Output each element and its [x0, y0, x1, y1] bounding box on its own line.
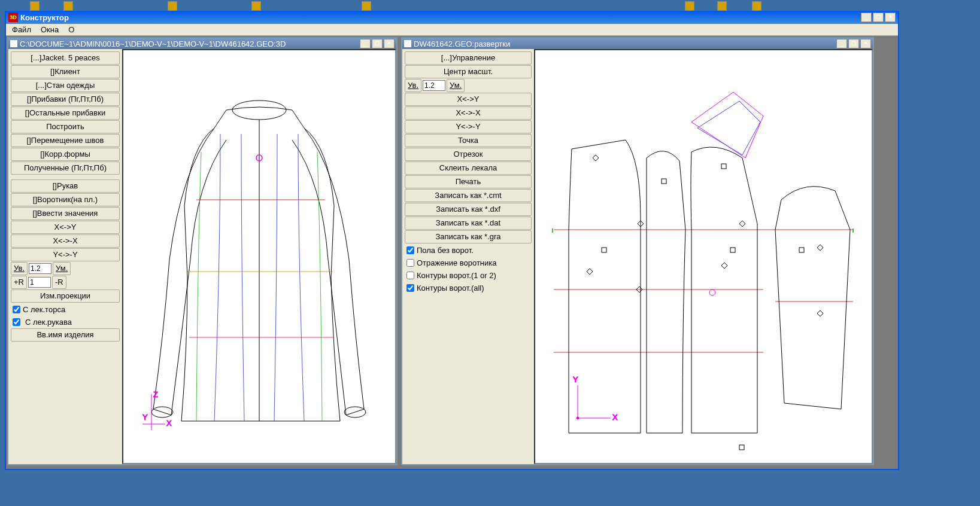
btn-tochka[interactable]: Точка [405, 134, 532, 147]
btn-poluch[interactable]: Полученные (Пг,Пт,Пб) [11, 161, 120, 175]
btn-stan[interactable]: [...]Стан одежды [11, 79, 120, 92]
menu-about[interactable]: О [66, 25, 77, 34]
svg-rect-18 [662, 179, 666, 184]
chk-pola-label: Пола без ворот. [417, 246, 474, 255]
chk-rukava-label: С лек.рукава [25, 318, 72, 327]
btn-zoom-in2[interactable]: Ув. [405, 79, 421, 92]
btn-plus-r[interactable]: +R [11, 276, 27, 289]
btn-izm-proj[interactable]: Изм.проекции [11, 289, 120, 303]
btn-xx2[interactable]: X<->-X [405, 106, 532, 120]
child-minimize-button[interactable]: _ [836, 39, 847, 48]
btn-yy[interactable]: Y<->-Y [11, 248, 120, 261]
child-window-flat: DW461642.GEO:развертки _ □ × [...]Управл… [401, 37, 874, 465]
menubar: Файл Окна О [6, 24, 898, 36]
chk-kontall[interactable] [406, 284, 414, 292]
btn-save-gra[interactable]: Записать как *.gra [405, 230, 532, 243]
svg-rect-23 [799, 248, 804, 252]
svg-text:Z: Z [153, 390, 158, 399]
btn-ost-pribavki[interactable]: []Остальные прибавки [11, 106, 120, 120]
btn-pechat[interactable]: Печать [405, 175, 532, 188]
chk-otr[interactable] [406, 259, 414, 267]
child-maximize-button[interactable]: □ [372, 39, 383, 48]
btn-korr-formy[interactable]: []Корр.формы [11, 148, 120, 161]
doc-icon [10, 40, 17, 47]
svg-text:Y: Y [573, 375, 578, 384]
btn-skleit[interactable]: Склеить лекала [405, 161, 532, 175]
svg-rect-17 [602, 248, 606, 252]
r-input[interactable] [28, 277, 51, 288]
btn-xx[interactable]: X<->-X [11, 234, 120, 248]
btn-postroit[interactable]: Построить [11, 120, 120, 133]
child-maximize-button[interactable]: □ [848, 39, 859, 48]
chk-torsa[interactable] [13, 306, 20, 313]
btn-vorotnik[interactable]: []Воротник(на пл.) [11, 193, 120, 206]
chk-kont1[interactable] [406, 272, 414, 279]
close-button[interactable]: × [885, 13, 896, 22]
svg-rect-19 [721, 164, 726, 169]
btn-rukav[interactable]: []Рукав [11, 179, 120, 193]
svg-rect-22 [739, 445, 744, 450]
pattern-flat-drawing: X Y [535, 50, 872, 463]
child-3d-title: C:\DOCUME~1\ADMIN\0016~1\DEMO-V~1\DEMO-V… [20, 39, 360, 48]
menu-windows[interactable]: Окна [38, 25, 61, 34]
btn-xy2[interactable]: X<->Y [405, 93, 532, 106]
maximize-button[interactable]: □ [873, 13, 884, 22]
chk-kont1-label: Контуры ворот.(1 or 2) [417, 271, 496, 280]
canvas-3d[interactable]: X Y Z [122, 49, 396, 464]
child-window-3d: C:\DOCUME~1\ADMIN\0016~1\DEMO-V~1\DEMO-V… [7, 37, 398, 465]
chk-row-kont1[interactable]: Контуры ворот.(1 or 2) [405, 269, 532, 281]
btn-xy[interactable]: X<->Y [11, 221, 120, 234]
chk-row-rukava[interactable]: С лек.рукава [11, 316, 120, 328]
btn-pribavki[interactable]: []Прибавки (Пг,Пт,Пб) [11, 93, 120, 106]
btn-otrezok[interactable]: Отрезок [405, 148, 532, 161]
app-title: Конструктор [20, 13, 861, 22]
child-3d-titlebar[interactable]: C:\DOCUME~1\ADMIN\0016~1\DEMO-V~1\DEMO-V… [8, 38, 396, 49]
zoom-input2[interactable] [423, 80, 445, 91]
svg-point-21 [709, 289, 715, 295]
child-close-button[interactable]: × [384, 39, 395, 48]
btn-client[interactable]: []Клиент [11, 65, 120, 78]
app-titlebar[interactable]: 3D Конструктор _ □ × [6, 11, 898, 24]
right-side-panel: [...]Управление Центр масшт. Ув. Ум. X<-… [402, 49, 534, 464]
chk-row-kontall[interactable]: Контуры ворот.(all) [405, 282, 532, 294]
chk-row-otr[interactable]: Отражение воротника [405, 257, 532, 269]
doc-icon [404, 40, 411, 47]
btn-save-cmt[interactable]: Записать как *.cmt [405, 189, 532, 202]
btn-vvesti[interactable]: []Ввести значения [11, 207, 120, 220]
child-minimize-button[interactable]: _ [360, 39, 371, 48]
chk-rukava[interactable] [13, 318, 20, 326]
svg-point-30 [577, 417, 579, 419]
btn-save-dat[interactable]: Записать как *.dat [405, 217, 532, 230]
minimize-button[interactable]: _ [861, 13, 872, 22]
child-flat-title: DW461642.GEO:развертки [414, 39, 836, 48]
btn-jacket[interactable]: [...]Jacket. 5 peaces [11, 51, 120, 65]
svg-rect-20 [730, 248, 735, 252]
chk-row-torsa[interactable]: С лек.торса [11, 303, 120, 315]
btn-zoom-out2[interactable]: Ум. [447, 79, 465, 92]
main-app-window: 3D Конструктор _ □ × Файл Окна О C:\DOCU… [5, 11, 899, 470]
btn-yy2[interactable]: Y<->-Y [405, 120, 532, 133]
chk-pola[interactable] [406, 246, 414, 254]
btn-perem-shvov[interactable]: []Перемещение швов [11, 134, 120, 147]
btn-zoom-out[interactable]: Ум. [53, 262, 71, 275]
btn-zoom-in[interactable]: Ув. [11, 262, 28, 275]
canvas-flat[interactable]: ✔ [534, 49, 873, 464]
svg-text:Y: Y [142, 413, 148, 422]
chk-row-pola[interactable]: Пола без ворот. [405, 244, 532, 256]
chk-torsa-label: С лек.торса [23, 305, 65, 314]
svg-text:X: X [612, 413, 618, 422]
btn-upravlenie[interactable]: [...]Управление [405, 51, 532, 65]
btn-save-dxf[interactable]: Записать как *.dxf [405, 203, 532, 216]
zoom-input[interactable] [29, 263, 51, 274]
menu-file[interactable]: Файл [10, 25, 34, 34]
mdi-client-area: C:\DOCUME~1\ADMIN\0016~1\DEMO-V~1\DEMO-V… [6, 36, 898, 469]
chk-otr-label: Отражение воротника [417, 258, 497, 267]
svg-text:X: X [166, 419, 172, 428]
chk-kontall-label: Контуры ворот.(all) [417, 284, 484, 292]
btn-minus-r[interactable]: -R [52, 276, 66, 289]
btn-vv-name[interactable]: Вв.имя изделия [11, 328, 120, 342]
btn-centr-masht[interactable]: Центр масшт. [405, 65, 532, 78]
app-icon: 3D [8, 13, 18, 22]
child-close-button[interactable]: × [860, 39, 871, 48]
child-flat-titlebar[interactable]: DW461642.GEO:развертки _ □ × [402, 38, 873, 49]
